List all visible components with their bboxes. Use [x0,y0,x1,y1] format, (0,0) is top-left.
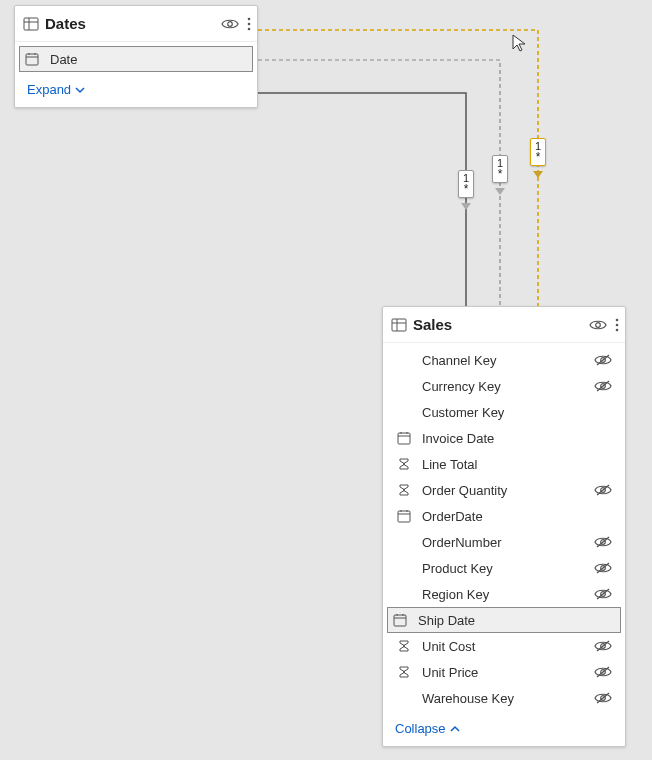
sales-field-row[interactable]: Region Key [387,581,621,607]
field-label: Order Quantity [422,483,584,498]
sales-fields-list: Channel KeyCurrency KeyCustomer KeyInvoi… [383,343,625,713]
sigma-icon [396,483,412,497]
field-label: Channel Key [422,353,584,368]
filter-direction-icon [532,168,544,183]
field-label: Warehouse Key [422,691,584,706]
sales-field-row[interactable]: Line Total [387,451,621,477]
calendar-icon [392,613,408,627]
expand-label: Expand [27,82,71,97]
field-label: Unit Cost [422,639,584,654]
svg-rect-11 [392,319,406,331]
mouse-cursor [512,34,528,54]
sigma-icon [396,665,412,679]
svg-rect-22 [398,433,410,444]
model-canvas[interactable]: Dates Date Expand Sales Channel Key [0,0,652,760]
hidden-icon[interactable] [594,561,612,575]
sales-field-row[interactable]: Channel Key [387,347,621,373]
hidden-icon[interactable] [594,639,612,653]
field-label: Product Key [422,561,584,576]
calendar-icon [24,52,40,66]
sales-field-row[interactable]: Unit Price [387,659,621,685]
dates-fields-list: Date [15,42,257,74]
svg-point-15 [616,318,619,321]
field-label: Unit Price [422,665,584,680]
field-label: Customer Key [422,405,584,420]
svg-point-3 [228,21,233,26]
svg-point-4 [248,17,251,20]
hidden-icon[interactable] [594,353,612,367]
table-icon [23,16,39,32]
hidden-icon[interactable] [594,665,612,679]
sales-field-row[interactable]: Product Key [387,555,621,581]
sales-field-row[interactable]: OrderDate [387,503,621,529]
sales-field-row[interactable]: OrderNumber [387,529,621,555]
field-label: Line Total [422,457,584,472]
relationship-cardinality-badge[interactable]: 1 * [530,138,546,166]
sales-table-card[interactable]: Sales Channel KeyCurrency KeyCustomer Ke… [382,306,626,747]
dates-card-header[interactable]: Dates [15,6,257,42]
svg-point-17 [616,328,619,331]
sigma-icon [396,457,412,471]
sales-card-header[interactable]: Sales [383,307,625,343]
filter-direction-icon [494,185,506,200]
sales-field-row[interactable]: Ship Date [387,607,621,633]
relationship-cardinality-badge[interactable]: 1 * [458,170,474,198]
calendar-icon [396,509,412,523]
many-side: * [531,151,545,163]
svg-point-6 [248,27,251,30]
visibility-icon[interactable] [221,17,239,31]
many-side: * [459,183,473,195]
sales-field-row[interactable]: Currency Key [387,373,621,399]
sales-card-title: Sales [413,316,589,333]
collapse-label: Collapse [395,721,446,736]
more-options-icon[interactable] [247,17,251,31]
svg-rect-38 [394,615,406,626]
hidden-icon[interactable] [594,691,612,705]
field-label: Invoice Date [422,431,584,446]
svg-rect-28 [398,511,410,522]
hidden-icon[interactable] [594,587,612,601]
filter-direction-icon [460,200,472,215]
table-icon [391,317,407,333]
sigma-icon [396,639,412,653]
calendar-icon [396,431,412,445]
hidden-icon[interactable] [594,379,612,393]
field-label: Currency Key [422,379,584,394]
sales-field-row[interactable]: Invoice Date [387,425,621,451]
sales-field-row[interactable]: Warehouse Key [387,685,621,711]
hidden-icon[interactable] [594,535,612,549]
field-label: OrderDate [422,509,584,524]
many-side: * [493,168,507,180]
field-label: OrderNumber [422,535,584,550]
dates-field-row[interactable]: Date [19,46,253,72]
chevron-down-icon [75,85,85,95]
chevron-up-icon [450,724,460,734]
svg-rect-7 [26,54,38,65]
dates-table-card[interactable]: Dates Date Expand [14,5,258,108]
field-label: Region Key [422,587,584,602]
hidden-icon[interactable] [594,483,612,497]
svg-point-14 [596,322,601,327]
svg-point-5 [248,22,251,25]
field-label: Ship Date [418,613,584,628]
more-options-icon[interactable] [615,318,619,332]
svg-rect-0 [24,18,38,30]
collapse-link[interactable]: Collapse [383,713,625,746]
visibility-icon[interactable] [589,318,607,332]
dates-card-title: Dates [45,15,221,32]
expand-link[interactable]: Expand [15,74,257,107]
svg-point-16 [616,323,619,326]
relationship-cardinality-badge[interactable]: 1 * [492,155,508,183]
field-label: Date [50,52,216,67]
sales-field-row[interactable]: Order Quantity [387,477,621,503]
sales-field-row[interactable]: Unit Cost [387,633,621,659]
sales-field-row[interactable]: Customer Key [387,399,621,425]
